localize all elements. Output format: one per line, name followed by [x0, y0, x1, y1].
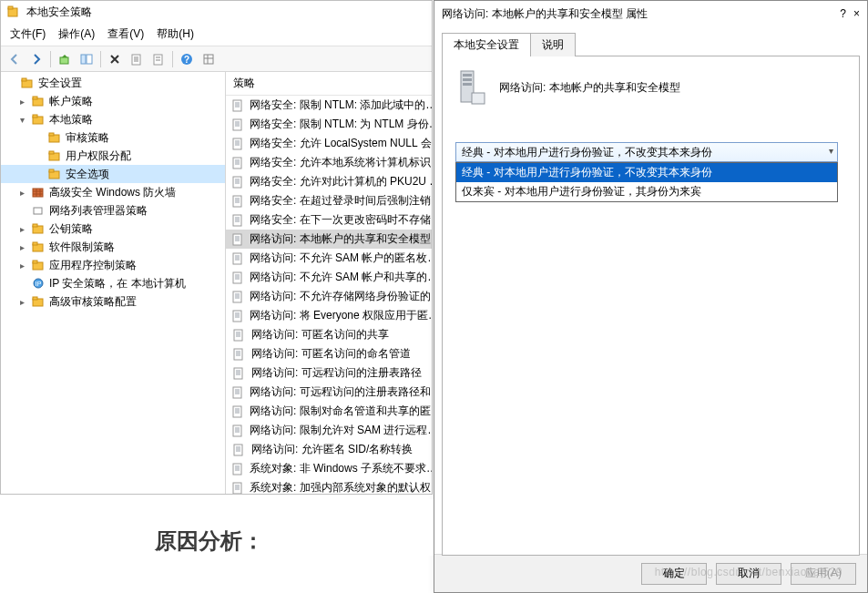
- svg-rect-54: [233, 483, 241, 494]
- folder-icon: [31, 95, 46, 107]
- policy-row[interactable]: 网络安全: 在超过登录时间后强制注销…: [226, 191, 432, 210]
- expand-icon[interactable]: ▸: [17, 188, 27, 198]
- svg-rect-25: [33, 224, 37, 227]
- policy-row[interactable]: 网络访问: 限制允许对 SAM 进行远程…: [226, 421, 432, 440]
- policy-icon: [231, 271, 244, 284]
- svg-rect-44: [233, 291, 241, 302]
- svg-rect-41: [233, 234, 241, 245]
- policy-icon: [231, 367, 246, 380]
- expand-icon[interactable]: ▸: [17, 224, 27, 234]
- policy-row[interactable]: 网络访问: 可远程访问的注册表路径: [226, 363, 432, 383]
- export-button[interactable]: [127, 49, 147, 69]
- policy-icon: [231, 424, 244, 437]
- policy-label: 网络访问: 不允许 SAM 帐户和共享的…: [250, 270, 432, 285]
- folder-icon: [31, 222, 46, 235]
- option-guest[interactable]: 仅来宾 - 对本地用户进行身份验证，其身份为来宾: [456, 182, 837, 201]
- policy-row[interactable]: 网络访问: 将 Everyone 权限应用于匿…: [226, 306, 432, 325]
- show-hide-tree-button[interactable]: [77, 49, 97, 69]
- delete-button[interactable]: [105, 49, 125, 69]
- folder-icon: [47, 131, 62, 144]
- policy-icon: [231, 233, 244, 246]
- ok-button[interactable]: 确定: [641, 563, 707, 585]
- policy-row[interactable]: 网络访问: 本地帐户的共享和安全模型: [226, 230, 432, 249]
- tree-swrestrict[interactable]: ▸ 软件限制策略: [1, 238, 225, 256]
- svg-rect-9: [204, 55, 213, 64]
- svg-rect-17: [49, 133, 54, 136]
- collapse-icon[interactable]: ▾: [17, 115, 27, 125]
- tab-explain[interactable]: 说明: [530, 33, 576, 56]
- policy-list-pane: 策略 网络安全: 限制 NTLM: 添加此域中的…网络安全: 限制 NTLM: …: [226, 72, 432, 494]
- properties-button[interactable]: [148, 49, 168, 69]
- policy-row[interactable]: 网络访问: 可匿名访问的命名管道: [226, 344, 432, 363]
- list-column-header[interactable]: 策略: [226, 72, 432, 96]
- policy-icon: [231, 99, 244, 112]
- policy-summary: 网络访问: 本地帐户的共享和安全模型: [455, 69, 846, 106]
- svg-rect-46: [234, 330, 242, 341]
- policy-row[interactable]: 网络安全: 限制 NTLM: 添加此域中的…: [226, 96, 432, 115]
- tree-audit-policy[interactable]: ▸ 审核策略: [1, 128, 225, 147]
- menu-view[interactable]: 查看(V): [107, 26, 144, 42]
- view-mode-button[interactable]: [199, 49, 219, 69]
- menu-file[interactable]: 文件(F): [10, 26, 46, 42]
- policy-row[interactable]: 网络安全: 允许本地系统将计算机标识…: [226, 153, 432, 172]
- policy-row[interactable]: 网络安全: 允许 LocalSystem NULL 会…: [226, 134, 432, 153]
- tree-security-options[interactable]: ▸ 安全选项: [1, 165, 225, 183]
- tree-firewall[interactable]: ▸ 高级安全 Windows 防火墙: [1, 183, 225, 201]
- svg-rect-37: [233, 158, 241, 169]
- policy-row[interactable]: 系统对象: 加强内部系统对象的默认权…: [226, 478, 432, 494]
- sharing-model-combobox[interactable]: 经典 - 对本地用户进行身份验证，不改变其本来身份 ▾: [455, 142, 838, 162]
- tree-root[interactable]: 安全设置: [1, 74, 225, 92]
- expand-icon[interactable]: ▸: [17, 261, 27, 271]
- svg-rect-22: [33, 189, 43, 197]
- svg-rect-50: [233, 406, 241, 417]
- policy-label: 网络访问: 可远程访问的注册表路径: [251, 365, 422, 381]
- policy-row[interactable]: 网络访问: 不允许存储网络身份验证的…: [226, 287, 432, 306]
- nav-tree[interactable]: 安全设置 ▸ 帐户策略 ▾ 本地策略 ▸ 审核策略: [1, 72, 225, 320]
- help-icon[interactable]: ?: [840, 7, 846, 20]
- menu-help[interactable]: 帮助(H): [157, 26, 194, 42]
- cancel-button[interactable]: 取消: [716, 563, 781, 585]
- tree-advaudit[interactable]: ▸ 高级审核策略配置: [1, 292, 225, 311]
- policy-row[interactable]: 网络安全: 允许对此计算机的 PKU2U …: [226, 172, 432, 191]
- forward-button[interactable]: [26, 49, 46, 69]
- tree-netlist[interactable]: ▸ 网络列表管理器策略: [1, 201, 225, 220]
- expand-icon[interactable]: ▸: [17, 97, 27, 107]
- option-classic[interactable]: 经典 - 对本地用户进行身份验证，不改变其本来身份: [456, 163, 837, 182]
- back-button[interactable]: [5, 49, 25, 69]
- apply-button[interactable]: 应用(A): [791, 563, 856, 585]
- dialog-body: 本地安全设置 说明 网络访问: 本地帐户的共享和安全模型 经典 - 对本地用户进…: [434, 26, 867, 554]
- policy-row[interactable]: 网络访问: 限制对命名管道和共享的匿…: [226, 402, 432, 421]
- svg-rect-38: [233, 177, 241, 188]
- policy-row[interactable]: 网络访问: 可远程访问的注册表路径和…: [226, 383, 432, 402]
- help-button[interactable]: ?: [177, 49, 197, 69]
- expand-icon[interactable]: ▸: [17, 242, 27, 252]
- policy-row[interactable]: 网络安全: 在下一次更改密码时不存储…: [226, 210, 432, 230]
- policy-label: 网络访问: 限制对命名管道和共享的匿…: [250, 404, 432, 419]
- svg-rect-2: [60, 57, 68, 64]
- tree-local-policies[interactable]: ▾ 本地策略: [1, 110, 225, 128]
- up-button[interactable]: [55, 49, 75, 69]
- tree-appctrl[interactable]: ▸ 应用程序控制策略: [1, 256, 225, 274]
- policy-row[interactable]: 网络访问: 可匿名访问的共享: [226, 325, 432, 344]
- policy-row[interactable]: 网络安全: 限制 NTLM: 为 NTLM 身份…: [226, 115, 432, 134]
- menu-action[interactable]: 操作(A): [58, 26, 95, 42]
- svg-rect-58: [463, 83, 472, 86]
- policy-row[interactable]: 网络访问: 不允许 SAM 帐户和共享的…: [226, 268, 432, 287]
- tree-account-policies[interactable]: ▸ 帐户策略: [1, 92, 225, 110]
- policy-label: 网络访问: 可匿名访问的共享: [251, 327, 389, 343]
- policy-row[interactable]: 网络访问: 允许匿名 SID/名称转换: [226, 440, 432, 459]
- tab-local-security-setting[interactable]: 本地安全设置: [442, 33, 531, 56]
- close-icon[interactable]: ×: [853, 7, 860, 20]
- svg-rect-34: [233, 100, 241, 111]
- tree-ipsec[interactable]: ▸ IP IP 安全策略，在 本地计算机: [1, 274, 225, 292]
- tree-pubkey[interactable]: ▸ 公钥策略: [1, 220, 225, 238]
- policy-list[interactable]: 网络安全: 限制 NTLM: 添加此域中的…网络安全: 限制 NTLM: 为 N…: [226, 96, 432, 494]
- tree-label: 安全选项: [66, 167, 109, 182]
- policy-icon: [231, 252, 244, 265]
- svg-rect-3: [81, 55, 86, 64]
- expand-icon[interactable]: ▸: [17, 297, 27, 307]
- policy-row[interactable]: 网络访问: 不允许 SAM 帐户的匿名枚…: [226, 249, 432, 268]
- policy-row[interactable]: 系统对象: 非 Windows 子系统不要求…: [226, 459, 432, 478]
- tree-user-rights[interactable]: ▸ 用户权限分配: [1, 147, 225, 165]
- security-settings-icon: [20, 77, 35, 89]
